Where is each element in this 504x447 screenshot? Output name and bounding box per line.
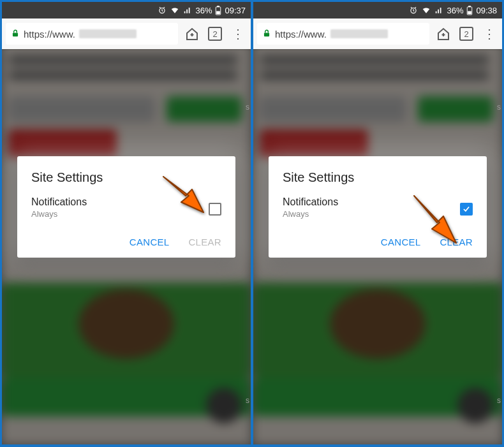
url-redacted <box>330 29 388 38</box>
tab-count[interactable]: 2 <box>457 25 475 43</box>
menu-icon[interactable]: ⋮ <box>480 25 498 43</box>
menu-icon[interactable]: ⋮ <box>229 25 247 43</box>
svg-rect-7 <box>469 6 471 7</box>
clear-button: CLEAR <box>188 237 221 247</box>
decorative-letter: s <box>497 103 501 112</box>
status-bar: 36% 09:37 <box>2 2 251 18</box>
cancel-button[interactable]: CANCEL <box>130 237 170 247</box>
battery-percent: 36% <box>195 6 212 15</box>
signal-icon <box>434 6 443 15</box>
battery-icon <box>215 6 221 15</box>
decorative-letter: s <box>497 396 501 405</box>
clock-text: 09:37 <box>225 6 246 15</box>
url-bar[interactable]: https://www. <box>6 23 178 45</box>
decorative-letter: s <box>246 396 249 405</box>
home-add-icon[interactable] <box>434 25 452 43</box>
url-text: https://www. <box>24 29 75 40</box>
url-redacted <box>79 29 137 38</box>
wifi-icon <box>421 6 431 15</box>
alarm-icon <box>158 6 167 15</box>
browser-toolbar: https://www. 2 ⋮ <box>2 18 251 49</box>
battery-percent: 36% <box>447 6 463 15</box>
home-add-icon[interactable] <box>183 25 201 43</box>
notifications-status: Always <box>31 209 87 219</box>
status-bar: 36% 09:38 <box>253 2 502 18</box>
lock-icon <box>262 28 271 40</box>
url-text: https://www. <box>275 29 327 40</box>
clock-text: 09:38 <box>476 6 497 15</box>
decorative-letter: s <box>246 103 249 112</box>
svg-rect-9 <box>264 33 269 36</box>
notifications-label: Notifications <box>283 196 338 208</box>
instruction-arrow <box>154 170 211 224</box>
screenshot-left: 36% 09:37 https://www. 2 ⋮ s s Site Sett… <box>2 2 251 444</box>
instruction-arrow <box>403 191 466 254</box>
browser-toolbar: https://www. 2 ⋮ <box>253 18 502 49</box>
lock-icon <box>11 28 20 40</box>
signal-icon <box>183 6 192 15</box>
svg-rect-8 <box>468 11 472 14</box>
svg-rect-4 <box>13 33 18 36</box>
alarm-icon <box>409 6 418 15</box>
notifications-label: Notifications <box>31 196 87 208</box>
notifications-status: Always <box>283 209 338 219</box>
svg-rect-2 <box>218 6 220 7</box>
dialog-title: Site Settings <box>283 170 473 185</box>
dialog-actions: CANCEL CLEAR <box>31 237 221 251</box>
url-bar[interactable]: https://www. <box>257 23 429 45</box>
tab-count[interactable]: 2 <box>206 25 224 43</box>
svg-rect-3 <box>217 11 221 14</box>
wifi-icon <box>170 6 180 15</box>
battery-icon <box>466 6 473 15</box>
screenshot-right: 36% 09:38 https://www. 2 ⋮ s s Site Sett… <box>253 2 502 444</box>
